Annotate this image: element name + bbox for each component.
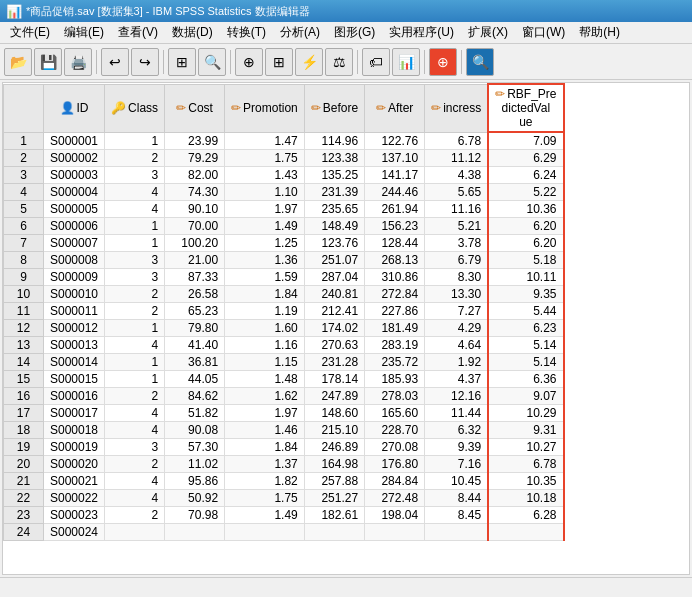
cell-value[interactable]: S000017 <box>44 405 105 422</box>
cell-value[interactable]: S000024 <box>44 524 105 541</box>
cell-value[interactable]: 26.58 <box>165 286 225 303</box>
cell-value[interactable]: 156.23 <box>365 218 425 235</box>
cell-value[interactable]: 228.70 <box>365 422 425 439</box>
cell-value[interactable]: 1.62 <box>225 388 305 405</box>
cell-value[interactable]: 212.41 <box>304 303 364 320</box>
cell-value[interactable]: 70.98 <box>165 507 225 524</box>
cell-value[interactable]: S000015 <box>44 371 105 388</box>
cell-value[interactable]: S000010 <box>44 286 105 303</box>
cell-value[interactable]: 9.35 <box>488 286 563 303</box>
cell-value[interactable]: 148.60 <box>304 405 364 422</box>
cell-value[interactable]: 57.30 <box>165 439 225 456</box>
cell-value[interactable]: 5.18 <box>488 252 563 269</box>
cell-value[interactable]: S000007 <box>44 235 105 252</box>
cell-value[interactable]: 123.76 <box>304 235 364 252</box>
cell-value[interactable]: 247.89 <box>304 388 364 405</box>
cell-value[interactable]: S000014 <box>44 354 105 371</box>
cell-value[interactable]: 164.98 <box>304 456 364 473</box>
cell-value[interactable]: 270.63 <box>304 337 364 354</box>
cell-value[interactable]: 4 <box>105 422 165 439</box>
cell-value[interactable]: 251.27 <box>304 490 364 507</box>
cell-value[interactable]: 1.19 <box>225 303 305 320</box>
cell-value[interactable]: 13.30 <box>425 286 489 303</box>
cell-value[interactable]: 21.00 <box>165 252 225 269</box>
cell-value[interactable]: S000003 <box>44 167 105 184</box>
cell-value[interactable]: 8.44 <box>425 490 489 507</box>
cell-value[interactable]: S000001 <box>44 132 105 150</box>
cell-value[interactable]: 65.23 <box>165 303 225 320</box>
cell-value[interactable]: 3.78 <box>425 235 489 252</box>
cell-value[interactable]: 240.81 <box>304 286 364 303</box>
cell-value[interactable]: 231.28 <box>304 354 364 371</box>
open-button[interactable]: 📂 <box>4 48 32 76</box>
col-header-cost[interactable]: ✏Cost <box>165 84 225 132</box>
cell-value[interactable]: 235.65 <box>304 201 364 218</box>
marker-button[interactable]: ⊕ <box>429 48 457 76</box>
cell-value[interactable]: S000002 <box>44 150 105 167</box>
cell-value[interactable]: S000023 <box>44 507 105 524</box>
cell-value[interactable]: 2 <box>105 507 165 524</box>
cell-value[interactable]: 235.72 <box>365 354 425 371</box>
menu-data[interactable]: 数据(D) <box>166 22 219 43</box>
cell-value[interactable]: 79.29 <box>165 150 225 167</box>
cell-value[interactable]: 4 <box>105 184 165 201</box>
cell-value[interactable]: 135.25 <box>304 167 364 184</box>
cell-value[interactable]: 1.49 <box>225 218 305 235</box>
menu-extensions[interactable]: 扩展(X) <box>462 22 514 43</box>
cell-value[interactable]: 6.36 <box>488 371 563 388</box>
menu-file[interactable]: 文件(E) <box>4 22 56 43</box>
cell-value[interactable]: 5.21 <box>425 218 489 235</box>
cell-value[interactable]: 9.39 <box>425 439 489 456</box>
cell-value[interactable]: 283.19 <box>365 337 425 354</box>
cell-value[interactable]: 182.61 <box>304 507 364 524</box>
cell-value[interactable]: 5.14 <box>488 337 563 354</box>
cell-value[interactable]: S000020 <box>44 456 105 473</box>
cell-value[interactable]: 4 <box>105 473 165 490</box>
cell-value[interactable]: 1.16 <box>225 337 305 354</box>
cell-value[interactable]: 1.37 <box>225 456 305 473</box>
cell-value[interactable]: 215.10 <box>304 422 364 439</box>
cell-value[interactable]: 1.15 <box>225 354 305 371</box>
cell-value[interactable]: 1.49 <box>225 507 305 524</box>
cell-value[interactable]: 198.04 <box>365 507 425 524</box>
insert-cases-button[interactable]: ⊕ <box>235 48 263 76</box>
cell-value[interactable]: 4 <box>105 405 165 422</box>
cell-value[interactable]: 10.18 <box>488 490 563 507</box>
valueLabels-button[interactable]: 🏷 <box>362 48 390 76</box>
cell-value[interactable]: 246.89 <box>304 439 364 456</box>
cell-value[interactable]: 4.38 <box>425 167 489 184</box>
cell-value[interactable]: S000006 <box>44 218 105 235</box>
cell-value[interactable]: 6.20 <box>488 218 563 235</box>
menu-help[interactable]: 帮助(H) <box>573 22 626 43</box>
cell-value[interactable]: S000009 <box>44 269 105 286</box>
cell-value[interactable]: 1.43 <box>225 167 305 184</box>
cell-value[interactable]: 148.49 <box>304 218 364 235</box>
cell-value[interactable]: 8.30 <box>425 269 489 286</box>
cell-value[interactable]: 11.16 <box>425 201 489 218</box>
cell-value[interactable]: 1.75 <box>225 150 305 167</box>
cell-value[interactable]: 1.10 <box>225 184 305 201</box>
cell-value[interactable]: 272.48 <box>365 490 425 507</box>
cell-value[interactable]: 70.00 <box>165 218 225 235</box>
cell-value[interactable]: 310.86 <box>365 269 425 286</box>
cell-value[interactable]: 1.59 <box>225 269 305 286</box>
cell-value[interactable]: 284.84 <box>365 473 425 490</box>
cell-value[interactable]: 257.88 <box>304 473 364 490</box>
menu-edit[interactable]: 编辑(E) <box>58 22 110 43</box>
cell-value[interactable]: S000012 <box>44 320 105 337</box>
cell-value[interactable]: 6.78 <box>488 456 563 473</box>
cell-value[interactable]: 1.36 <box>225 252 305 269</box>
cell-value[interactable]: 122.76 <box>365 132 425 150</box>
menu-analyze[interactable]: 分析(A) <box>274 22 326 43</box>
cell-value[interactable]: 231.39 <box>304 184 364 201</box>
print-button[interactable]: 🖨️ <box>64 48 92 76</box>
cell-value[interactable]: 3 <box>105 252 165 269</box>
split-file-button[interactable]: ⚡ <box>295 48 323 76</box>
cell-value[interactable]: 5.65 <box>425 184 489 201</box>
cell-value[interactable]: 5.14 <box>488 354 563 371</box>
cell-value[interactable]: 178.14 <box>304 371 364 388</box>
cell-value[interactable]: 1.84 <box>225 286 305 303</box>
col-header-id[interactable]: 👤ID <box>44 84 105 132</box>
goto-button[interactable]: ⊞ <box>168 48 196 76</box>
cell-value[interactable] <box>105 524 165 541</box>
